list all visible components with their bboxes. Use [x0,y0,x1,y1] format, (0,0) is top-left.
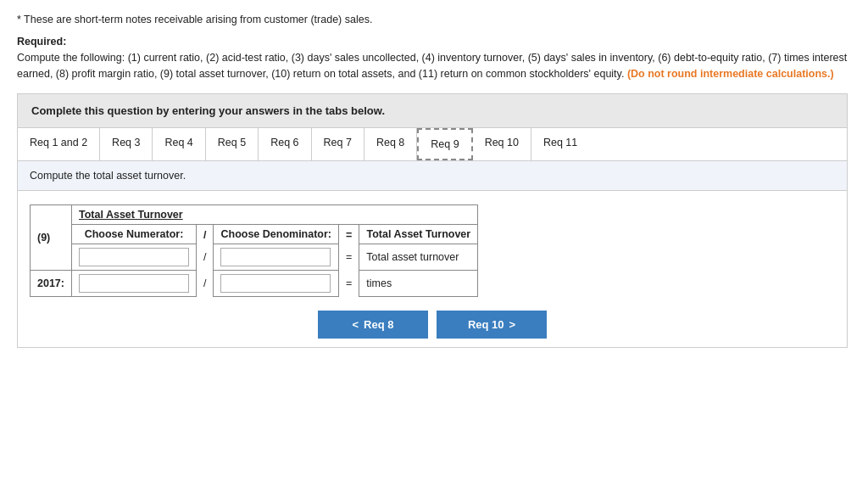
row1-slash: / [196,244,213,271]
row1-numerator[interactable] [71,244,196,271]
equals-header: = [339,225,359,244]
tab-req6[interactable]: Req 6 [259,128,311,160]
row2-numerator[interactable] [71,271,196,297]
row1-numerator-input[interactable] [79,248,189,266]
required-note: (Do not round intermediate calculations.… [627,68,834,80]
result-header: Total Asset Turnover [359,225,478,244]
slash-header: / [196,225,213,244]
tab-req12[interactable]: Req 1 and 2 [18,128,100,160]
row1-denominator-input[interactable] [220,248,331,266]
tab-req7[interactable]: Req 7 [312,128,364,160]
tab-req10[interactable]: Req 10 [473,128,531,160]
tab-req5[interactable]: Req 5 [206,128,259,160]
prev-label: Req 8 [364,318,393,331]
tab-req4[interactable]: Req 4 [153,128,205,160]
row2-denominator[interactable] [214,271,339,297]
row1-result: Total asset turnover [359,244,478,271]
tabs-row: Req 1 and 2 Req 3 Req 4 Req 5 Req 6 Req … [17,128,848,161]
next-icon: > [509,318,516,331]
tab-req3[interactable]: Req 3 [100,128,153,160]
next-label: Req 10 [468,318,504,331]
row2-result: times [359,271,478,297]
required-section: Required: Compute the following: (1) cur… [17,34,848,81]
row2-label: 2017: [31,271,72,297]
row2-numerator-input[interactable] [79,274,189,293]
nav-buttons: < Req 8 Req 10 > [30,311,835,339]
tab-req11[interactable]: Req 11 [531,128,589,160]
section-number: (9) [31,205,72,271]
instruction-area: Compute the total asset turnover. [17,161,848,191]
prev-icon: < [353,318,359,331]
tab-req9[interactable]: Req 9 [417,128,472,160]
table-title: Total Asset Turnover [71,205,477,225]
numerator-header: Choose Numerator: [71,225,196,244]
footnote-text: * These are short-term notes receivable … [17,14,848,25]
next-button[interactable]: Req 10 > [437,311,547,339]
row1-equals: = [339,244,359,271]
calc-section: (9) Total Asset Turnover Choose Numerato… [17,191,848,348]
row2-equals: = [339,271,359,297]
complete-box: Complete this question by entering your … [17,93,848,128]
denominator-header: Choose Denominator: [214,225,339,244]
prev-button[interactable]: < Req 8 [318,311,428,339]
required-label: Required: [17,36,66,48]
instruction-text: Compute the total asset turnover. [30,170,186,182]
tab-req8[interactable]: Req 8 [364,128,417,160]
calc-table: (9) Total Asset Turnover Choose Numerato… [30,204,478,297]
complete-box-label: Complete this question by entering your … [31,104,385,117]
row2-denominator-input[interactable] [220,274,331,293]
row1-denominator[interactable] [214,244,339,271]
row2-slash: / [196,271,213,297]
